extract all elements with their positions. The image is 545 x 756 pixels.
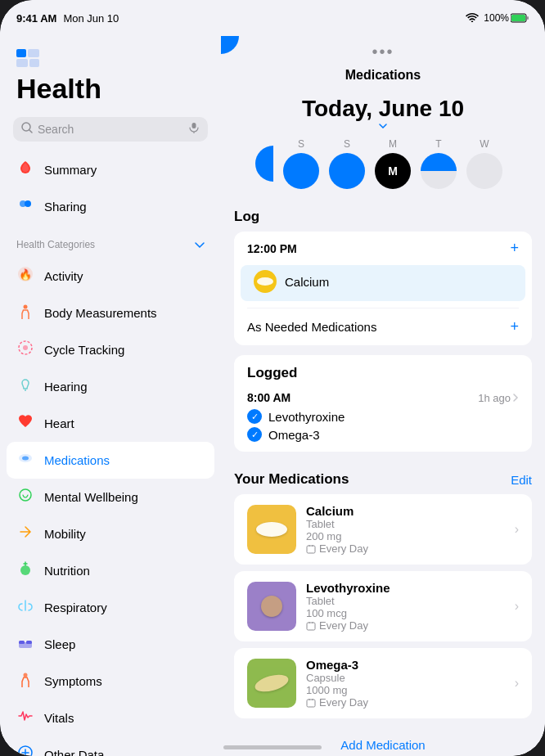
sidebar-item-medications-label: Medications	[44, 453, 110, 467]
sidebar-item-medications[interactable]: Medications	[7, 442, 214, 479]
calcium-log-item[interactable]: Calcium	[241, 265, 525, 301]
log-time-text: 12:00 PM	[247, 242, 297, 255]
logged-item-omega3: ✓ Omega-3	[247, 427, 519, 442]
sidebar-item-cycle-tracking[interactable]: Cycle Tracking	[0, 331, 221, 368]
sidebar-item-sharing[interactable]: Sharing	[0, 188, 221, 225]
calcium-pill-icon	[254, 270, 277, 293]
day-item-tue[interactable]: T	[421, 138, 457, 189]
cycle-tracking-icon	[16, 340, 34, 360]
day-item-sat1[interactable]: S	[283, 138, 319, 189]
sidebar-item-symptoms[interactable]: Symptoms	[0, 663, 221, 700]
svg-rect-3	[16, 49, 26, 57]
day-circle-sat1	[283, 153, 319, 189]
logged-section-label: Logged	[234, 355, 532, 385]
day-letter-wed: W	[480, 138, 489, 150]
svg-point-15	[24, 305, 28, 309]
medication-item-levothyroxine[interactable]: Levothyroxine Tablet 100 mcg Every Day ›	[234, 571, 532, 641]
sidebar-item-nutrition[interactable]: Nutrition	[0, 552, 221, 589]
your-medications-title: Your Medications	[234, 471, 349, 488]
sidebar-item-mobility-label: Mobility	[44, 527, 86, 541]
vitals-icon	[16, 708, 34, 728]
your-medications-header: Your Medications Edit	[221, 461, 545, 494]
mobility-icon	[16, 524, 34, 544]
medication-item-omega3[interactable]: Omega-3 Capsule 1000 mg Every Day ›	[234, 648, 532, 718]
mic-icon[interactable]	[188, 122, 200, 137]
sidebar-item-nutrition-label: Nutrition	[44, 564, 90, 578]
svg-point-26	[24, 673, 28, 677]
logged-time-text: 8:00 AM	[247, 391, 291, 404]
day-letter-sat2: S	[344, 138, 350, 150]
sidebar: Health Search	[0, 36, 221, 756]
sidebar-item-body-measurements[interactable]: Body Measurements	[0, 295, 221, 331]
logged-entry-row: 8:00 AM 1h ago ✓ Levothyroxine ✓ Omega-3	[234, 385, 532, 452]
health-categories-chevron[interactable]	[195, 238, 205, 251]
svg-point-17	[23, 345, 28, 350]
sidebar-item-respiratory[interactable]: Respiratory	[0, 589, 221, 626]
calcium-name: Calcium	[306, 504, 505, 518]
sidebar-item-sleep[interactable]: Sleep	[0, 626, 221, 663]
edit-medications-button[interactable]: Edit	[511, 473, 532, 487]
sidebar-item-mental-wellbeing[interactable]: Mental Wellbeing	[0, 479, 221, 515]
search-placeholder[interactable]: Search	[38, 123, 183, 136]
sidebar-item-activity-label: Activity	[44, 269, 83, 283]
home-indicator	[223, 745, 322, 749]
sidebar-item-vitals[interactable]: Vitals	[0, 700, 221, 736]
calcium-type: Tablet	[306, 518, 505, 530]
omega3-info: Omega-3 Capsule 1000 mg Every Day	[306, 658, 505, 709]
as-needed-row[interactable]: As Needed Medications +	[234, 308, 532, 345]
sidebar-item-mental-wellbeing-label: Mental Wellbeing	[44, 490, 138, 504]
levothyroxine-name: Levothyroxine	[306, 581, 505, 595]
search-bar[interactable]: Search	[13, 117, 208, 142]
current-date: Today, June 10	[221, 96, 545, 122]
sidebar-item-symptoms-label: Symptoms	[44, 674, 102, 688]
svg-rect-34	[307, 546, 315, 553]
log-add-button[interactable]: +	[510, 240, 519, 257]
day-circle-sat2	[329, 153, 365, 189]
sidebar-item-summary[interactable]: Summary	[0, 151, 221, 188]
omega3-dose: 1000 mg	[306, 684, 505, 696]
svg-rect-2	[527, 16, 529, 20]
svg-point-33	[257, 277, 273, 286]
omega3-type: Capsule	[306, 672, 505, 684]
sidebar-item-activity[interactable]: 🔥 Activity	[0, 258, 221, 295]
wifi-icon	[466, 12, 479, 25]
sidebar-item-heart[interactable]: Heart	[0, 405, 221, 442]
levothyroxine-image	[247, 582, 296, 631]
logged-ago-text[interactable]: 1h ago	[478, 392, 519, 404]
levothyroxine-chevron: ›	[515, 599, 519, 614]
respiratory-icon	[16, 597, 34, 618]
svg-rect-9	[192, 123, 196, 128]
sidebar-item-hearing[interactable]: Hearing	[0, 368, 221, 405]
logged-item-levothyroxine: ✓ Levothyroxine	[247, 409, 519, 424]
svg-text:🔥: 🔥	[19, 268, 33, 281]
omega3-chevron: ›	[515, 676, 519, 691]
omega3-image	[247, 659, 296, 708]
day-circle-mon: M	[375, 153, 411, 189]
svg-rect-4	[28, 49, 39, 57]
svg-rect-40	[307, 700, 315, 707]
sidebar-header: Health	[0, 36, 221, 110]
day-item-wed[interactable]: W	[466, 138, 502, 189]
day-letter-mon: M	[389, 138, 397, 150]
other-data-icon	[16, 745, 34, 756]
svg-point-12	[25, 200, 31, 207]
add-medication-button[interactable]: Add Medication	[221, 725, 545, 756]
levothyroxine-dose: 100 mcg	[306, 607, 505, 619]
health-categories-header: Health Categories	[0, 228, 221, 254]
omega3-name: Omega-3	[306, 658, 505, 672]
day-item-mon[interactable]: M M	[375, 138, 411, 189]
summary-icon	[16, 160, 34, 180]
more-options-icon[interactable]: •••	[372, 43, 394, 61]
as-needed-add-button[interactable]: +	[510, 318, 519, 335]
heart-icon	[16, 413, 34, 434]
medication-item-calcium[interactable]: Calcium Tablet 200 mg Every Day ›	[234, 494, 532, 565]
logged-item-omega3-label: Omega-3	[268, 428, 320, 442]
logged-item-levothyroxine-label: Levothyroxine	[268, 410, 345, 424]
sidebar-item-other-data[interactable]: Other Data	[0, 736, 221, 756]
sidebar-item-mobility[interactable]: Mobility	[0, 515, 221, 552]
day-item-sat2[interactable]: S	[329, 138, 365, 189]
sidebar-item-respiratory-label: Respiratory	[44, 601, 107, 614]
svg-line-8	[29, 130, 32, 133]
mental-wellbeing-icon	[16, 487, 34, 507]
battery-icon: 100%	[484, 12, 529, 24]
